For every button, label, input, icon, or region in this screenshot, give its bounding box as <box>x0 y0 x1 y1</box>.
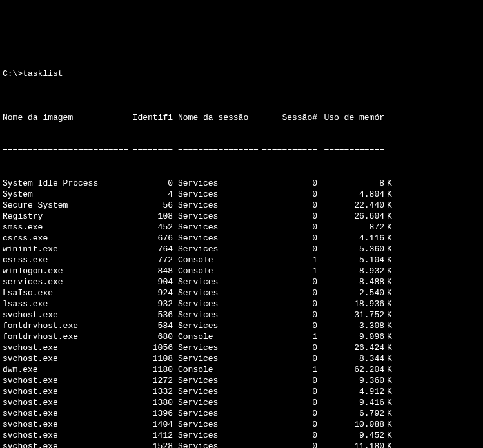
cell-image-name: smss.exe <box>3 222 132 233</box>
cell-memory: 18.936 <box>317 298 384 309</box>
cell-pid: 1380 <box>132 397 173 408</box>
cell-image-name: Secure System <box>3 200 132 211</box>
table-row: svchost.exe1056Services026.424K <box>3 342 480 353</box>
cell-image-name: svchost.exe <box>3 397 132 408</box>
table-row: svchost.exe1380Services09.416K <box>3 397 480 408</box>
cell-memory-unit: K <box>384 331 395 342</box>
cell-session-num: 0 <box>261 298 317 309</box>
cell-memory-unit: K <box>384 342 395 353</box>
cell-memory-unit: K <box>384 309 395 320</box>
terminal-output: C:\>tasklist Nome da imagem Identifi Nom… <box>3 46 480 448</box>
cell-session-num: 0 <box>261 277 317 287</box>
header-image: Nome da imagem <box>3 112 132 123</box>
cell-image-name: csrss.exe <box>3 233 132 244</box>
cell-image-name: winlogon.exe <box>3 266 132 277</box>
cell-pid: 4 <box>132 189 173 200</box>
cell-session-name: Services <box>173 342 261 353</box>
cell-session-name: Console <box>173 255 261 266</box>
cell-memory: 62.204 <box>317 364 384 375</box>
cell-session-name: Services <box>173 430 261 441</box>
cell-session-name: Services <box>173 244 261 255</box>
cell-pid: 932 <box>132 298 173 309</box>
cell-session-name: Console <box>173 266 261 277</box>
table-row: wininit.exe764Services05.360K <box>3 244 480 255</box>
cell-memory: 9.360 <box>317 375 384 386</box>
cell-session-num: 0 <box>261 287 317 298</box>
cell-pid: 676 <box>132 233 173 244</box>
cell-memory: 9.452 <box>317 430 384 441</box>
cell-session-num: 0 <box>261 441 317 448</box>
cell-session-name: Console <box>173 364 261 375</box>
header-memory: Uso de memór <box>317 112 384 123</box>
cell-session-name: Services <box>173 189 261 200</box>
cell-pid: 924 <box>132 287 173 298</box>
table-row: Secure System56Services022.440K <box>3 200 480 211</box>
cell-pid: 1108 <box>132 353 173 364</box>
cell-memory-unit: K <box>384 386 395 397</box>
cell-memory: 9.416 <box>317 397 384 408</box>
cell-pid: 1404 <box>132 419 173 430</box>
cell-session-num: 0 <box>261 386 317 397</box>
cell-session-name: Services <box>173 233 261 244</box>
cell-session-name: Services <box>173 222 261 233</box>
cell-pid: 904 <box>132 277 173 287</box>
header-session-num: Sessão# <box>261 112 317 123</box>
table-row: svchost.exe1528Services011.180K <box>3 441 480 448</box>
cell-session-name: Services <box>173 200 261 211</box>
cell-session-name: Services <box>173 211 261 222</box>
cell-image-name: Registry <box>3 211 132 222</box>
cell-session-name: Services <box>173 408 261 419</box>
cell-memory-unit: K <box>384 233 395 244</box>
cell-image-name: System Idle Process <box>3 178 132 189</box>
cell-image-name: System <box>3 189 132 200</box>
cell-pid: 680 <box>132 331 173 342</box>
header-pid: Identifi <box>132 112 173 123</box>
cell-pid: 0 <box>132 178 173 189</box>
cell-image-name: svchost.exe <box>3 309 132 320</box>
cell-session-num: 0 <box>261 375 317 386</box>
table-row: svchost.exe1404Services010.088K <box>3 419 480 430</box>
cell-memory: 9.096 <box>317 331 384 342</box>
cell-memory-unit: K <box>384 320 395 331</box>
sep-session-num: =========== <box>261 145 317 156</box>
cell-session-name: Services <box>173 277 261 287</box>
cell-memory: 6.792 <box>317 408 384 419</box>
cell-memory-unit: K <box>384 419 395 430</box>
cell-session-num: 0 <box>261 408 317 419</box>
cell-session-num: 1 <box>261 364 317 375</box>
header-session-name: Nome da sessão <box>173 112 261 123</box>
table-row: csrss.exe676Services04.116K <box>3 233 480 244</box>
table-row: LsaIso.exe924Services02.540K <box>3 287 480 298</box>
cell-memory-unit: K <box>384 178 395 189</box>
table-row: lsass.exe932Services018.936K <box>3 298 480 309</box>
cell-memory-unit: K <box>384 222 395 233</box>
cell-session-name: Services <box>173 375 261 386</box>
cell-pid: 1056 <box>132 342 173 353</box>
table-row: fontdrvhost.exe680Console19.096K <box>3 331 480 342</box>
cell-image-name: svchost.exe <box>3 441 132 448</box>
cell-memory: 8.344 <box>317 353 384 364</box>
cell-image-name: fontdrvhost.exe <box>3 320 132 331</box>
table-separator: ========================= ======== =====… <box>3 145 480 156</box>
cell-memory-unit: K <box>384 408 395 419</box>
sep-unit <box>384 145 395 156</box>
cell-memory: 4.116 <box>317 233 384 244</box>
cell-memory: 11.180 <box>317 441 384 448</box>
cell-image-name: svchost.exe <box>3 408 132 419</box>
table-row: fontdrvhost.exe584Services03.308K <box>3 320 480 331</box>
cell-pid: 848 <box>132 266 173 277</box>
cell-session-name: Services <box>173 386 261 397</box>
cell-pid: 1528 <box>132 441 173 448</box>
cell-memory: 26.424 <box>317 342 384 353</box>
cell-memory-unit: K <box>384 211 395 222</box>
cell-pid: 584 <box>132 320 173 331</box>
cell-pid: 56 <box>132 200 173 211</box>
cell-memory-unit: K <box>384 375 395 386</box>
cell-memory: 3.308 <box>317 320 384 331</box>
cell-session-num: 0 <box>261 320 317 331</box>
cell-pid: 1180 <box>132 364 173 375</box>
cell-memory-unit: K <box>384 353 395 364</box>
cell-memory-unit: K <box>384 298 395 309</box>
header-unit <box>384 112 395 123</box>
cell-image-name: svchost.exe <box>3 375 132 386</box>
